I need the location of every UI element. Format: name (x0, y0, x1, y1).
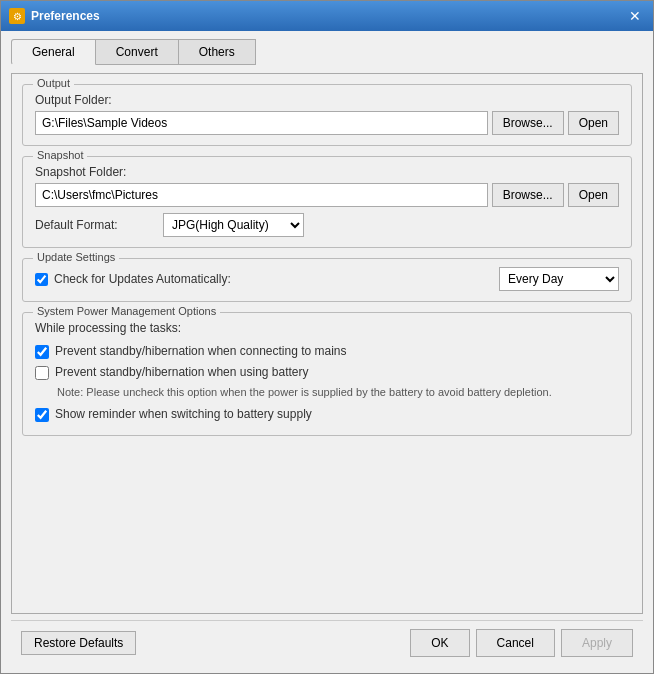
tab-others[interactable]: Others (178, 39, 256, 65)
check-updates-part: Check for Updates Automatically: (35, 272, 491, 286)
bottom-left: Restore Defaults (21, 631, 404, 655)
update-row: Check for Updates Automatically: Every D… (35, 267, 619, 291)
battery-note: Note: Please uncheck this option when th… (57, 385, 619, 400)
snapshot-folder-label: Snapshot Folder: (35, 165, 619, 179)
power-section-label: System Power Management Options (33, 305, 220, 317)
title-bar-left: ⚙ Preferences (9, 8, 100, 24)
option2-row: Prevent standby/hibernation when using b… (35, 362, 619, 383)
default-format-select[interactable]: JPG(High Quality) JPG(Normal Quality) PN… (163, 213, 304, 237)
output-folder-row: Browse... Open (35, 111, 619, 135)
update-section-label: Update Settings (33, 251, 119, 263)
snapshot-folder-input[interactable] (35, 183, 488, 207)
snapshot-open-button[interactable]: Open (568, 183, 619, 207)
title-bar: ⚙ Preferences ✕ (1, 1, 653, 31)
window-content: General Convert Others Output Output Fol… (1, 31, 653, 673)
check-updates-label: Check for Updates Automatically: (54, 272, 231, 286)
snapshot-folder-row: Browse... Open (35, 183, 619, 207)
option3-label: Show reminder when switching to battery … (55, 407, 312, 421)
option2-checkbox[interactable] (35, 366, 49, 380)
tab-general[interactable]: General (11, 39, 96, 65)
bottom-bar: Restore Defaults OK Cancel Apply (11, 620, 643, 665)
output-folder-field: Output Folder: Browse... Open (35, 93, 619, 135)
apply-button[interactable]: Apply (561, 629, 633, 657)
output-section-label: Output (33, 77, 74, 89)
snapshot-section-label: Snapshot (33, 149, 87, 161)
option3-checkbox[interactable] (35, 408, 49, 422)
update-frequency-select[interactable]: Every Day Every Week Every Month Never (499, 267, 619, 291)
output-browse-button[interactable]: Browse... (492, 111, 564, 135)
default-format-row: Default Format: JPG(High Quality) JPG(No… (35, 213, 619, 237)
tab-bar: General Convert Others (11, 39, 643, 65)
update-section: Update Settings Check for Updates Automa… (22, 258, 632, 302)
snapshot-folder-field: Snapshot Folder: Browse... Open (35, 165, 619, 207)
check-updates-checkbox[interactable] (35, 273, 48, 286)
option2-label: Prevent standby/hibernation when using b… (55, 365, 309, 379)
output-open-button[interactable]: Open (568, 111, 619, 135)
restore-defaults-button[interactable]: Restore Defaults (21, 631, 136, 655)
app-icon: ⚙ (9, 8, 25, 24)
close-button[interactable]: ✕ (625, 6, 645, 26)
preferences-window: ⚙ Preferences ✕ General Convert Others O… (0, 0, 654, 674)
snapshot-section: Snapshot Snapshot Folder: Browse... Open… (22, 156, 632, 248)
output-section: Output Output Folder: Browse... Open (22, 84, 632, 146)
tab-convert[interactable]: Convert (95, 39, 179, 65)
window-title: Preferences (31, 9, 100, 23)
output-folder-input[interactable] (35, 111, 488, 135)
option1-label: Prevent standby/hibernation when connect… (55, 344, 347, 358)
cancel-button[interactable]: Cancel (476, 629, 555, 657)
default-format-label: Default Format: (35, 218, 155, 232)
snapshot-browse-button[interactable]: Browse... (492, 183, 564, 207)
main-panel: Output Output Folder: Browse... Open Sna… (11, 73, 643, 614)
option1-row: Prevent standby/hibernation when connect… (35, 341, 619, 362)
power-section: System Power Management Options While pr… (22, 312, 632, 436)
output-folder-label: Output Folder: (35, 93, 619, 107)
ok-button[interactable]: OK (410, 629, 469, 657)
option3-row: Show reminder when switching to battery … (35, 404, 619, 425)
while-processing-label: While processing the tasks: (35, 321, 619, 335)
option1-checkbox[interactable] (35, 345, 49, 359)
